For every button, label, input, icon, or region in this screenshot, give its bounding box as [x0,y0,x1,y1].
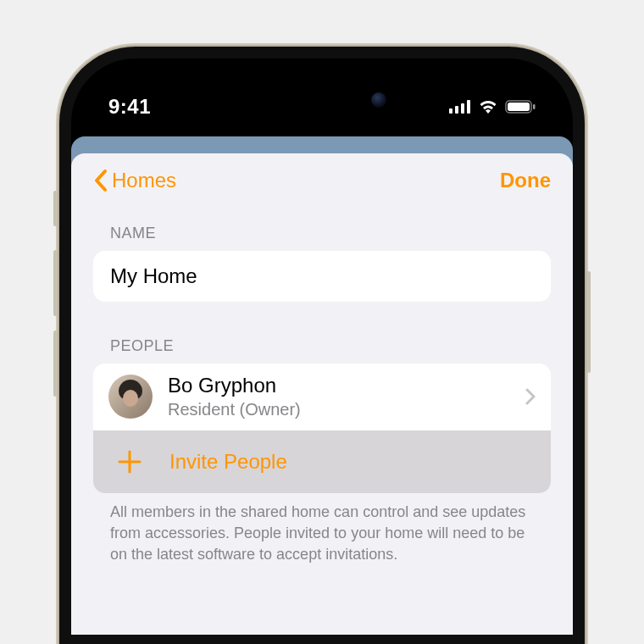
svg-rect-5 [508,103,530,111]
invite-people-button[interactable]: Invite People [93,430,551,493]
chevron-right-icon [525,388,536,405]
wifi-icon [478,99,498,114]
camera-icon [371,92,386,108]
svg-rect-2 [461,103,464,114]
person-row[interactable]: Bo Gryphon Resident (Owner) [93,364,551,430]
side-button [586,271,591,373]
side-button [53,330,58,397]
battery-icon [505,100,536,114]
content: NAME My Home PEOPLE Bo Gryphon Resident … [71,204,573,565]
status-time: 9:41 [108,95,151,119]
settings-sheet: Homes Done NAME My Home PEOPLE Bo Grypho… [71,153,573,635]
dynamic-island [246,79,398,121]
avatar [108,375,153,419]
cellular-icon [449,100,471,114]
screen: 9:41 [71,58,573,635]
side-button [53,191,58,226]
people-footer-text: All members in the shared home can contr… [93,493,551,566]
people-section-header: PEOPLE [93,325,551,364]
person-role: Resident (Owner) [168,398,510,420]
svg-rect-0 [449,108,452,114]
chevron-left-icon [93,169,108,192]
people-cell-group: Bo Gryphon Resident (Owner) [93,364,551,493]
side-button [53,250,58,316]
back-button[interactable]: Homes [93,169,176,192]
nav-bar: Homes Done [71,153,573,204]
svg-rect-3 [467,100,470,114]
status-icons [449,99,536,114]
plus-icon [115,447,144,476]
done-button[interactable]: Done [500,169,551,192]
home-name-field[interactable]: My Home [93,251,551,302]
invite-label: Invite People [169,450,287,474]
name-cell-group: My Home [93,251,551,302]
person-name: Bo Gryphon [168,374,510,398]
name-section-header: NAME [93,213,551,251]
svg-rect-1 [455,106,458,114]
person-info: Bo Gryphon Resident (Owner) [168,374,510,420]
back-label: Homes [112,169,176,192]
svg-rect-6 [533,104,536,109]
phone-frame: 9:41 [59,47,585,644]
